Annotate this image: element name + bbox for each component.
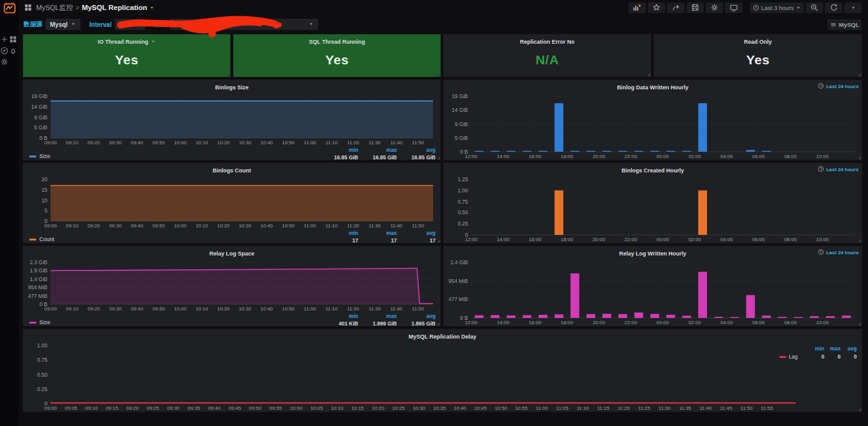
panel-title[interactable]: Binlogs Created Hourly [444,163,862,176]
svg-text:11:40: 11:40 [390,306,402,312]
legend-item-size[interactable]: Size [29,319,51,325]
stat-value: N/A [444,52,651,67]
legend-item-count[interactable]: Count [29,236,54,242]
share-button[interactable] [667,2,685,13]
variable-bar: 数据源 Mysql Interval auto 部门 MySQL [19,16,868,32]
svg-text:09:30: 09:30 [109,223,122,229]
tv-button[interactable] [725,2,743,13]
legend-item-lag[interactable]: Lag [779,354,808,360]
svg-text:11:40: 11:40 [700,405,712,411]
svg-text:954 MiB: 954 MiB [449,278,469,284]
svg-text:10:00: 10:00 [816,154,829,159]
svg-text:22:00: 22:00 [625,154,638,159]
mysql-menu-button[interactable]: MySQL [827,19,862,30]
panel-title[interactable]: SQL Thread Running [233,34,441,47]
svg-text:11:10: 11:10 [326,306,338,312]
svg-text:09:10: 09:10 [66,140,79,146]
caret-down-icon [150,39,156,46]
caret-down-icon [71,21,76,28]
panel-title[interactable]: Read Only [654,34,862,47]
svg-text:04:00: 04:00 [720,237,733,242]
dashboards-icon[interactable] [9,35,17,46]
chart-panel-binlogs-count: Binlogs Count2015105009:0009:1009:2009:3… [22,162,441,244]
svg-text:09:50: 09:50 [152,223,165,229]
grafana-logo[interactable] [3,2,16,16]
panel-title[interactable]: Binlogs Size [23,80,441,92]
chart-plot[interactable]: 2015105009:0009:1009:2009:3009:4009:5010… [23,176,441,229]
svg-text:477 MiB: 477 MiB [28,293,48,299]
caret-down-button[interactable] [844,2,862,13]
panel-title[interactable]: Replication Error No [444,34,651,47]
dashboard-title[interactable]: MySQL Replication [82,4,147,11]
chart-plot[interactable]: 1.4 GiB954 MiB477 MiB0 B12:0014:0016:001… [444,259,862,326]
svg-text:10:40: 10:40 [260,140,273,146]
svg-text:10:50: 10:50 [282,223,295,229]
panel-title[interactable]: Relay Log Written Hourly [444,246,862,259]
save-button[interactable] [686,2,704,13]
stat-value: Yes [23,52,230,67]
alerting-icon[interactable] [9,46,17,57]
add-panel-button[interactable] [628,2,646,13]
department-dropdown-b[interactable] [210,19,318,30]
svg-text:11:55: 11:55 [761,405,773,411]
svg-text:10:10: 10:10 [195,140,208,146]
caret-down-icon[interactable] [149,2,155,13]
legend-item-size[interactable]: Size [29,153,51,159]
stat-value: Yes [654,52,862,67]
panel-title[interactable]: Binlog Data Written Hourly [444,80,862,92]
panel-title[interactable]: Relay Log Space [23,246,441,259]
dashboard-grid-icon[interactable] [24,3,32,12]
chart-plot[interactable]: 1.000.750.500.25009:0009:0509:1009:1509:… [23,342,862,412]
svg-text:12:00: 12:00 [465,154,478,159]
department-dropdown-a[interactable] [170,19,206,30]
interval-value: auto [119,21,132,28]
svg-text:10:00: 10:00 [174,306,187,312]
panel-title[interactable]: MySQL Replication Delay [23,329,862,342]
settings-button[interactable] [706,2,723,13]
svg-text:11:20: 11:20 [347,223,359,229]
svg-text:11:00: 11:00 [304,306,316,312]
panel-title[interactable]: IO Thread Running [23,34,230,47]
svg-text:11:45: 11:45 [720,405,733,411]
svg-text:0.75: 0.75 [457,199,468,205]
chart-plot[interactable]: 19 GiB14 GiB9 GiB5 GiB0 B12:0014:0016:00… [444,92,862,160]
svg-text:10:30: 10:30 [412,405,426,411]
interval-dropdown[interactable]: auto [115,19,145,30]
svg-text:10:30: 10:30 [239,223,252,229]
svg-text:11:10: 11:10 [326,140,338,146]
svg-text:1.00: 1.00 [457,187,468,194]
svg-text:09:30: 09:30 [167,405,180,411]
stat-panel-read-only: Read OnlyYes [653,34,862,77]
time-range-badge[interactable]: Last 24 hours [817,249,859,257]
svg-text:2.3 GiB: 2.3 GiB [30,259,48,265]
panel-title[interactable]: Binlogs Count [23,163,441,176]
time-range-button[interactable]: Last 3 hours [750,2,804,13]
breadcrumb-root[interactable]: MySQL监控 [36,3,73,12]
explore-icon[interactable] [0,46,9,57]
refresh-button[interactable] [825,2,842,13]
time-range-badge[interactable]: Last 24 hours [817,166,859,174]
search-button[interactable] [806,2,823,13]
plus-icon[interactable] [0,35,9,46]
svg-text:06:00: 06:00 [752,154,765,159]
svg-text:16:00: 16:00 [529,320,542,325]
time-range-badge[interactable]: Last 24 hours [817,82,859,91]
chart-plot[interactable]: 2.3 GiB1.9 GiB1.4 GiB954 MiB477 MiB0 B09… [23,259,441,312]
svg-text:11:10: 11:10 [326,223,338,229]
svg-text:10:00: 10:00 [174,223,187,229]
caret-down-icon [796,5,801,11]
clock-icon [817,249,824,257]
svg-text:10:10: 10:10 [195,223,208,229]
svg-text:00:00: 00:00 [656,320,670,325]
star-button[interactable] [648,2,665,13]
svg-text:09:10: 09:10 [85,405,99,411]
svg-text:9 GiB: 9 GiB [455,121,469,127]
chart-plot[interactable]: 1.251.000.750.500.25012:0014:0016:0018:0… [444,176,862,243]
svg-text:10:55: 10:55 [515,405,528,411]
datasource-dropdown[interactable]: Mysql [46,19,80,30]
svg-text:954 MiB: 954 MiB [28,284,48,290]
svg-text:11:50: 11:50 [412,140,424,146]
settings-icon[interactable] [0,57,9,68]
svg-text:19 GiB: 19 GiB [31,93,47,99]
chart-plot[interactable]: 19 GiB14 GiB9 GiB5 GiB0 B09:0009:1009:20… [23,92,441,146]
